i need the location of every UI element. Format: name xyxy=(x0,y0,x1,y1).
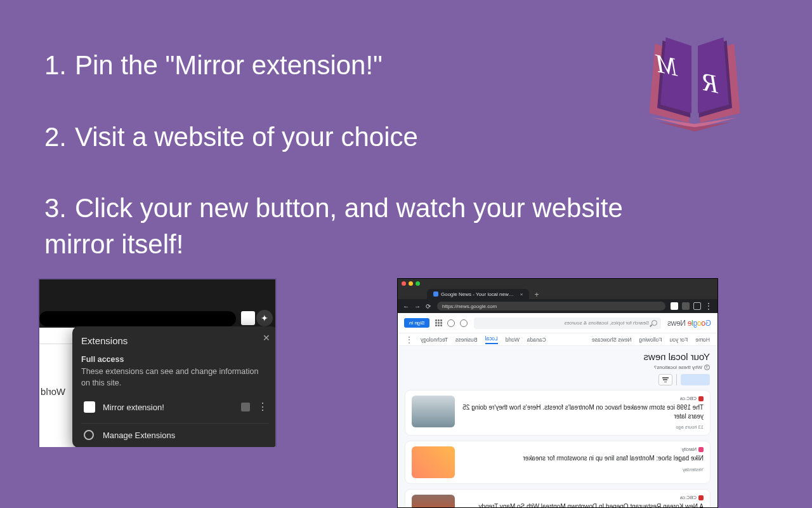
screenshot-mirrored-page: Google News - Your local new… × + ← → ⟳ … xyxy=(397,278,718,508)
search-bar: Search for topics, locations & sources xyxy=(474,318,661,329)
manage-extensions-label: Manage Extensions xyxy=(103,431,175,440)
nav-overflow-icon: ⋮ xyxy=(405,335,413,344)
nav-back-icon: ← xyxy=(403,303,409,309)
url-bar: https://news.google.com xyxy=(437,302,665,311)
traffic-light-max-icon xyxy=(416,281,420,286)
nav-following: Following xyxy=(639,337,662,343)
instruction-step-1: 1.Pin the "Mirror extension!" xyxy=(44,48,672,84)
new-tab-icon: + xyxy=(534,290,539,299)
news-headline: Nike bagel shoe: Montreal fans line up i… xyxy=(461,454,704,463)
mirror-extension-icon xyxy=(84,401,95,413)
nav-fwd-icon: → xyxy=(414,303,421,309)
news-headline: A New Korean Restaurant Opened In Downto… xyxy=(461,502,704,507)
news-headline: The 1998 ice storm wreaked havoc on Mont… xyxy=(461,403,704,420)
pin-icon xyxy=(241,403,250,411)
popover-access-heading: Full access xyxy=(81,355,269,364)
popover-footer: Manage Extensions xyxy=(81,423,269,441)
instructions-list: 1.Pin the "Mirror extension!" 2.Visit a … xyxy=(44,48,672,298)
mirrored-page-word: World xyxy=(41,386,65,397)
mirror-extension-toolbar-icon xyxy=(671,302,678,310)
news-thumbnail xyxy=(412,495,455,507)
popover-extension-label: Mirror extension! xyxy=(103,403,233,412)
mirrored-page-area: GoogleNews Search for topics, locations … xyxy=(398,313,717,507)
traffic-light-close-icon xyxy=(402,281,406,286)
search-placeholder: Search for topics, locations & sources xyxy=(564,320,649,326)
google-news-logo: GoogleNews xyxy=(667,319,711,328)
extensions-puzzle-icon xyxy=(682,302,690,310)
menu-kebab-icon: ⋮ xyxy=(705,302,712,311)
section-heading: Your local news xyxy=(405,351,710,362)
news-card: Narcity Nike bagel shoe: Montreal fans l… xyxy=(405,441,710,483)
popover-extension-item: Mirror extension! ⋮ xyxy=(81,396,269,418)
filter-icon xyxy=(658,374,672,385)
gear-icon xyxy=(84,430,94,440)
settings-gear-icon xyxy=(447,319,455,327)
mirror-extension-toolbar-icon xyxy=(241,311,255,325)
nav-canada: Canada xyxy=(527,337,546,343)
instruction-step-2: 2.Visit a website of your choice xyxy=(44,119,672,156)
nav-world: World xyxy=(506,337,520,343)
traffic-light-min-icon xyxy=(409,281,413,286)
news-time: 13 hours ago xyxy=(461,424,704,430)
kebab-icon: ⋮ xyxy=(258,404,266,410)
tab-close-icon: × xyxy=(520,291,523,297)
svg-text:R: R xyxy=(702,67,719,99)
nav-local: Local xyxy=(485,335,498,344)
screenshot-extensions-popover: ✦ ces World ✕ Extensions Full access The… xyxy=(38,278,277,447)
news-thumbnail xyxy=(412,396,455,427)
close-icon: ✕ xyxy=(263,333,270,343)
location-chip-selected xyxy=(681,374,710,385)
bookmark-icon xyxy=(693,302,701,310)
news-thumbnail xyxy=(412,446,455,478)
tab-favicon xyxy=(433,291,438,297)
popover-access-desc: These extensions can see and change info… xyxy=(81,366,269,389)
nav-reload-icon: ⟳ xyxy=(426,303,432,309)
instruction-step-3: 3.Click your new button, and watch your … xyxy=(44,190,672,262)
search-icon xyxy=(652,320,657,326)
why-locations: ? Why these locations? xyxy=(405,364,710,370)
news-nav: Home For you Following News Showcase Can… xyxy=(398,333,717,346)
sign-in-button: Sign in xyxy=(404,318,429,328)
nav-showcase: News Showcase xyxy=(592,337,632,343)
nav-home: Home xyxy=(695,337,710,343)
nav-foryou: For you xyxy=(669,337,688,343)
news-card: CBC.ca The 1998 ice storm wreaked havoc … xyxy=(405,391,710,435)
nav-technology: Technology xyxy=(421,337,448,343)
extensions-popover: ✕ Extensions Full access These extension… xyxy=(72,326,277,447)
address-bar xyxy=(39,311,236,326)
news-card: CBC.ca A New Korean Restaurant Opened In… xyxy=(405,490,710,507)
question-icon: ? xyxy=(704,364,710,370)
extensions-puzzle-icon: ✦ xyxy=(256,310,273,326)
browser-tab: Google News - Your local new… × xyxy=(427,289,529,299)
news-time: Yesterday xyxy=(461,467,704,472)
nav-business: Business xyxy=(455,337,478,343)
apps-grid-icon xyxy=(435,319,442,327)
popover-title: Extensions xyxy=(81,335,269,346)
help-icon xyxy=(460,319,468,327)
tab-title: Google News - Your local new… xyxy=(441,291,514,297)
